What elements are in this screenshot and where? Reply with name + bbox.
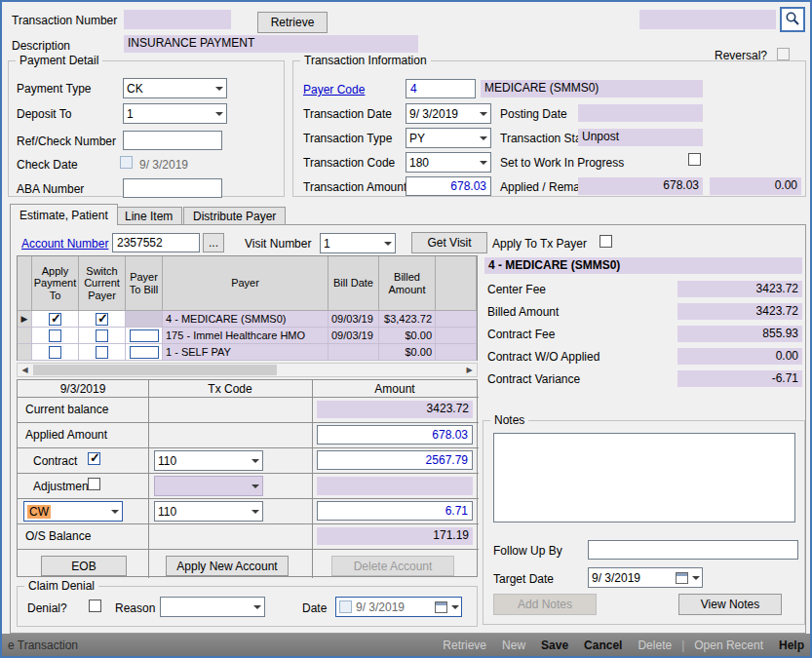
payer-code-link[interactable]: Payer Code <box>303 83 365 97</box>
adjustment-tx-code-combo[interactable] <box>154 476 263 496</box>
writeoff-tx-code-combo[interactable]: 110 <box>154 501 263 522</box>
chevron-down-icon <box>212 104 226 123</box>
scroll-left-icon[interactable]: ◀ <box>18 364 32 376</box>
search-field[interactable] <box>639 10 776 29</box>
apply-payment-checkbox[interactable] <box>49 346 61 359</box>
row-arrow-icon: ▶ <box>21 314 28 324</box>
apply-to-tx-payer-checkbox[interactable] <box>599 235 612 248</box>
amounts-table: 9/3/2019 Tx Code Amount Current balance … <box>17 379 478 577</box>
retrieve-button[interactable]: Retrieve <box>257 12 328 33</box>
follow-up-by-input[interactable] <box>588 540 798 560</box>
apply-payment-cell[interactable] <box>32 328 79 344</box>
denial-checkbox[interactable] <box>89 600 101 612</box>
search-button[interactable] <box>780 7 805 32</box>
adjustment-checkbox[interactable] <box>88 478 100 490</box>
get-visit-button[interactable]: Get Visit <box>411 232 487 253</box>
bill-date-cell[interactable]: 09/03/19 <box>329 328 379 344</box>
grid-hscrollbar[interactable]: ◀ ▶ <box>17 363 478 377</box>
writeoff-code-combo[interactable]: CW <box>23 501 123 522</box>
switch-payer-checkbox[interactable] <box>96 346 108 359</box>
billed-amount-cell[interactable]: $0.00 <box>379 328 436 344</box>
work-in-progress-checkbox[interactable] <box>688 153 701 166</box>
apply-payment-cell[interactable] <box>32 311 79 328</box>
ref-check-number-input[interactable] <box>123 131 222 150</box>
account-number-link[interactable]: Account Number <box>21 237 108 251</box>
adjustment-amount-field <box>317 477 473 495</box>
contract-amount-input[interactable]: 2567.79 <box>317 450 473 470</box>
notes-textarea[interactable] <box>493 433 795 523</box>
contract-tx-code-combo[interactable]: 110 <box>154 450 263 471</box>
scrollbar-thumb[interactable] <box>33 365 277 375</box>
apply-payment-cell[interactable] <box>32 344 79 361</box>
payer-to-bill-cell[interactable] <box>126 328 163 344</box>
status-delete[interactable]: Delete <box>638 639 672 652</box>
ref-check-number-label: Ref/Check Number <box>17 135 116 148</box>
transaction-code-combo[interactable]: 180 <box>406 152 491 173</box>
tab-line-item[interactable]: Line Item <box>115 207 182 225</box>
status-open-recent[interactable]: Open Recent <box>694 639 763 652</box>
transaction-type-label: Transaction Type <box>303 132 392 145</box>
status-cancel[interactable]: Cancel <box>584 639 622 652</box>
scroll-right-icon[interactable]: ▶ <box>462 364 477 376</box>
delete-account-button[interactable]: Delete Account <box>331 556 454 576</box>
transaction-date-combo[interactable]: 9/ 3/2019 <box>406 103 491 124</box>
bill-date-cell[interactable]: 09/03/19 <box>329 311 379 328</box>
payer-detail-header: 4 - MEDICARE (SMMS0) <box>484 257 802 274</box>
check-date-checkbox[interactable] <box>120 156 133 169</box>
payer-cell[interactable]: 4 - MEDICARE (SMMS0) <box>163 311 329 328</box>
eob-button[interactable]: EOB <box>41 556 127 576</box>
account-number-input[interactable]: 2357552 <box>112 233 200 252</box>
apply-new-account-button[interactable]: Apply New Account <box>166 556 289 576</box>
payer-to-bill-cell[interactable] <box>126 344 163 361</box>
transaction-type-combo[interactable]: PY <box>406 128 491 148</box>
row-selector[interactable]: ▶ <box>18 311 32 328</box>
view-notes-button[interactable]: View Notes <box>678 594 782 615</box>
transaction-number-field[interactable] <box>124 10 231 29</box>
row-selector[interactable] <box>18 344 32 361</box>
notes-group: Notes Follow Up By Target Date 9/ 3/2019… <box>483 420 805 625</box>
apply-payment-checkbox[interactable] <box>49 329 61 342</box>
grid-col-bill-date: Bill Date <box>329 256 379 311</box>
billed-amount-cell[interactable]: $0.00 <box>379 344 436 361</box>
target-date-picker[interactable]: 9/ 3/2019 <box>588 567 703 588</box>
tab-estimate-patient[interactable]: Estimate, Patient <box>10 204 118 225</box>
payer-cell[interactable]: 1 - SELF PAY <box>163 344 329 361</box>
transaction-date-label: Transaction Date <box>303 107 392 121</box>
switch-payer-cell[interactable] <box>79 344 126 361</box>
account-browse-button[interactable]: ... <box>203 233 224 252</box>
switch-payer-cell[interactable] <box>79 311 126 328</box>
aba-number-label: ABA Number <box>17 182 84 196</box>
reversal-checkbox[interactable] <box>777 48 790 60</box>
os-balance-label: O/S Balance <box>25 529 91 543</box>
payer-code-input[interactable]: 4 <box>406 79 476 98</box>
transaction-amount-input[interactable]: 678.03 <box>406 176 491 196</box>
chevron-down-icon <box>476 104 490 123</box>
check-date-value[interactable]: 9/ 3/2019 <box>139 158 188 172</box>
apply-payment-checkbox[interactable] <box>49 313 61 326</box>
status-help[interactable]: Help <box>779 639 804 652</box>
denial-reason-combo[interactable] <box>160 597 265 617</box>
tab-distribute-payer[interactable]: Distribute Payer <box>183 207 286 225</box>
visit-number-label: Visit Number <box>245 237 311 251</box>
status-new[interactable]: New <box>502 639 525 652</box>
denial-date-picker[interactable]: 9/ 3/2019 <box>335 597 462 617</box>
switch-payer-checkbox[interactable] <box>96 313 108 326</box>
writeoff-amount-input[interactable]: 6.71 <box>317 501 473 521</box>
denial-date-checkbox[interactable] <box>339 600 352 613</box>
status-save[interactable]: Save <box>541 639 568 652</box>
visit-number-combo[interactable]: 1 <box>320 233 396 253</box>
bill-date-cell[interactable] <box>329 344 379 361</box>
aba-number-input[interactable] <box>123 178 222 198</box>
deposit-to-combo[interactable]: 1 <box>123 103 227 124</box>
contract-checkbox[interactable] <box>88 452 100 465</box>
applied-amount-input[interactable]: 678.03 <box>317 425 473 445</box>
switch-payer-cell[interactable] <box>79 328 126 344</box>
switch-payer-checkbox[interactable] <box>96 329 108 342</box>
row-selector[interactable] <box>18 328 32 344</box>
payer-to-bill-cell[interactable] <box>126 311 163 328</box>
payer-cell[interactable]: 175 - Immel Healthcare HMO <box>163 328 329 344</box>
payment-type-combo[interactable]: CK <box>123 78 227 98</box>
billed-amount-cell[interactable]: $3,423.72 <box>379 311 436 328</box>
status-retrieve[interactable]: Retrieve <box>443 639 486 652</box>
add-notes-button[interactable]: Add Notes <box>493 594 597 615</box>
